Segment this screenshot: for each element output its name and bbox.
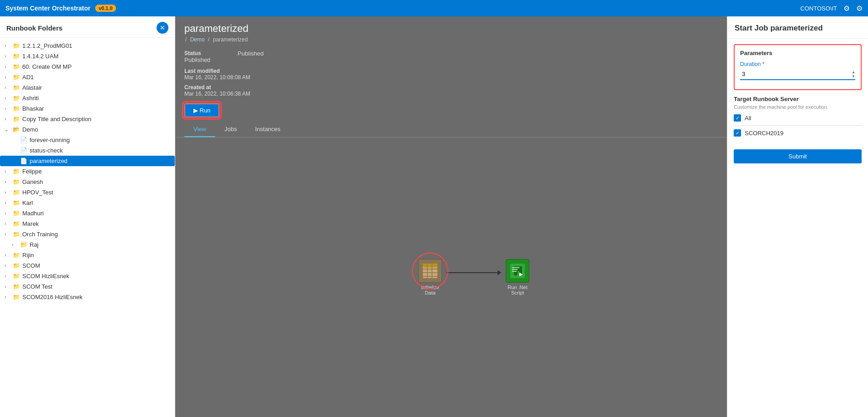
workflow-node-initialize[interactable]: InitializeData [418, 259, 442, 295]
duration-field-group: Duration * ▲ ▼ [740, 61, 855, 80]
chevron-icon: › [5, 253, 12, 258]
checkbox-scorch-label: SCORCH2019 [745, 130, 783, 137]
sidebar-item-hpov[interactable]: › 📁 HPOV_Test [0, 187, 175, 198]
right-panel-runbook-name: parameterized [770, 24, 822, 32]
sidebar-item-label: status-check [30, 147, 63, 154]
run-button[interactable]: ▶ Run [184, 103, 219, 117]
workflow-node-run-net[interactable]: Run .NetScript [506, 259, 529, 295]
created-row: Created at Mar 16, 2022, 10:06:38 AM [175, 82, 727, 99]
sidebar-item-label: SCOM [22, 262, 40, 269]
start-job-label: Start Job [735, 24, 770, 32]
chevron-icon: › [5, 106, 12, 111]
target-subtitle: Customize the machine pool for execution… [734, 104, 862, 110]
status-group: Status Published [184, 50, 210, 63]
sidebar-item-copytitle[interactable]: › 📁 Copy Title and Description [0, 114, 175, 124]
folder-icon: 📁 [13, 63, 20, 70]
sidebar-item-orchtraining[interactable]: › 📁 Orch Training [0, 229, 175, 239]
duration-input[interactable] [740, 69, 852, 79]
svg-rect-11 [512, 269, 518, 270]
sidebar-item-felippe[interactable]: › 📁 Felippe [0, 166, 175, 177]
breadcrumb-demo[interactable]: Demo [190, 36, 205, 43]
folder-icon: 📁 [13, 283, 20, 290]
sidebar-item-label: SCOM Test [22, 283, 52, 290]
chevron-icon: › [5, 274, 12, 279]
sidebar-item-marek[interactable]: › 📁 Marek [0, 219, 175, 229]
sidebar-item-label: HPOV_Test [22, 189, 53, 196]
chevron-down-icon: ⌄ [5, 127, 12, 132]
sidebar-item-label: 1.2.1.2_ProdMG01 [22, 42, 72, 49]
sidebar-item-rijin[interactable]: › 📁 Rijin [0, 250, 175, 260]
spinner-up-arrow[interactable]: ▲ [852, 70, 855, 74]
sidebar-item-label: 60. Create OM MP [22, 63, 71, 70]
sidebar-item-karl[interactable]: › 📁 Karl [0, 198, 175, 208]
sidebar-item-scom2016[interactable]: › 📁 SCOM2016 HizliEsnek [0, 292, 175, 302]
sidebar-close-button[interactable]: ✕ [157, 22, 168, 34]
sidebar-item-label: Ganesh [22, 178, 43, 185]
svg-rect-1 [423, 264, 437, 267]
run-net-node-label: Run .NetScript [508, 285, 527, 295]
sidebar-item-forever-running[interactable]: 📄 forever-running [0, 135, 175, 145]
settings-icon[interactable]: ⚙ [843, 4, 850, 13]
checkbox-scorch2019[interactable]: ✓ [734, 129, 741, 137]
sidebar-item-60create[interactable]: › 📁 60. Create OM MP [0, 61, 175, 72]
sidebar-item-scomhizli[interactable]: › 📁 SCOM HizliEsnek [0, 271, 175, 281]
sidebar-item-label: Alastair [22, 84, 42, 91]
chevron-icon: › [5, 85, 12, 90]
submit-button[interactable]: Submit [734, 149, 862, 163]
sidebar-item-scomtest[interactable]: › 📁 SCOM Test [0, 281, 175, 292]
breadcrumb-slash: / [185, 36, 187, 43]
initialize-node-label: InitializeData [421, 285, 439, 295]
gear-icon[interactable]: ⚙ [856, 4, 863, 13]
duration-label-text: Duration [740, 61, 761, 67]
chevron-icon: › [5, 284, 12, 289]
sidebar-item-demo[interactable]: ⌄ 📂 Demo [0, 124, 175, 135]
folder-icon: 📁 [13, 220, 20, 227]
file-icon: 📄 [20, 158, 27, 164]
folder-icon: 📁 [13, 178, 20, 185]
chevron-icon: › [5, 232, 12, 237]
sidebar-item-label: Demo [22, 126, 38, 133]
target-section: Target Runbook Server Customize the mach… [727, 96, 868, 146]
folder-icon: 📁 [13, 116, 20, 122]
workflow-flow: InitializeData [418, 259, 529, 295]
sidebar-item-bhaskar[interactable]: › 📁 Bhaskar [0, 103, 175, 114]
version-badge: v0.1.0 [95, 5, 117, 12]
sidebar-item-1414[interactable]: › 📁 1.4.14.2 UAM [0, 51, 175, 61]
sidebar-item-label: SCOM2016 HizliEsnek [22, 294, 82, 300]
sidebar-item-ad1[interactable]: › 📁 AD1 [0, 72, 175, 82]
folder-icon: 📁 [13, 74, 20, 81]
sidebar-item-ganesh[interactable]: › 📁 Ganesh [0, 177, 175, 187]
checkbox-all[interactable]: ✓ [734, 114, 741, 122]
chevron-icon: › [5, 54, 12, 59]
modified-label: Last modified [184, 68, 250, 74]
sidebar-item-madhuri[interactable]: › 📁 Madhuri [0, 208, 175, 219]
tab-jobs[interactable]: Jobs [215, 122, 246, 137]
folder-icon: 📁 [13, 95, 20, 102]
sidebar-item-label: AD1 [22, 74, 34, 81]
sidebar-tree: › 📁 1.2.1.2_ProdMG01 › 📁 1.4.14.2 UAM › … [0, 38, 175, 417]
chevron-icon: › [5, 221, 12, 226]
modified-row: Last modified Mar 16, 2022, 10:08:08 AM [175, 66, 727, 82]
required-mark: * [762, 61, 765, 67]
spinner-arrows[interactable]: ▲ ▼ [852, 70, 855, 78]
chevron-icon: › [5, 75, 12, 80]
topbar: System Center Orchestrator v0.1.0 CONTOS… [0, 0, 868, 16]
svg-rect-10 [512, 267, 519, 268]
published-value: Published [238, 50, 264, 57]
folder-icon: 📁 [13, 231, 20, 238]
sidebar-item-status-check[interactable]: 📄 status-check [0, 145, 175, 156]
sidebar-item-1212[interactable]: › 📁 1.2.1.2_ProdMG01 [0, 41, 175, 51]
folder-icon: 📁 [13, 53, 20, 60]
tabs-bar: View Jobs Instances [175, 122, 727, 137]
tab-instances[interactable]: Instances [246, 122, 289, 137]
modified-value: Mar 16, 2022, 10:08:08 AM [184, 74, 250, 81]
spinner-down-arrow[interactable]: ▼ [852, 74, 855, 78]
sidebar-item-scom[interactable]: › 📁 SCOM [0, 260, 175, 271]
tab-view[interactable]: View [184, 122, 215, 137]
run-net-node-icon [506, 259, 529, 283]
status-value: Published [184, 56, 210, 63]
sidebar-item-raj[interactable]: › 📁 Raj [0, 239, 175, 250]
sidebar-item-alastair[interactable]: › 📁 Alastair [0, 82, 175, 93]
sidebar-item-ashriti[interactable]: › 📁 Ashriti [0, 93, 175, 103]
sidebar-item-parameterized[interactable]: 📄 parameterized [0, 156, 175, 166]
